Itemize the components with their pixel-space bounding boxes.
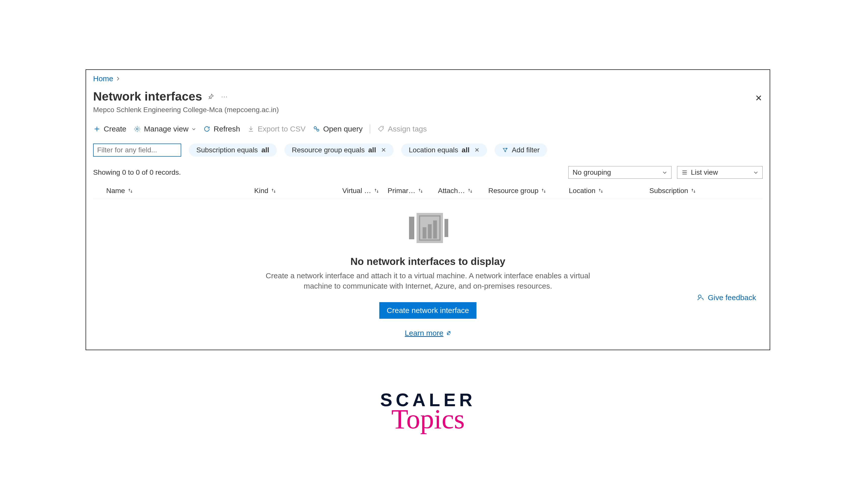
column-subscription[interactable]: Subscription	[649, 187, 725, 195]
refresh-button[interactable]: Refresh	[203, 125, 240, 133]
page-title: Network interfaces	[93, 89, 202, 103]
remove-filter-rg-icon[interactable]: ✕	[381, 147, 386, 154]
column-primary[interactable]: Primar…	[388, 187, 438, 195]
give-feedback-link[interactable]: Give feedback	[697, 293, 756, 302]
column-header-row: Name Kind Virtual … Primar… Attach…	[93, 187, 763, 199]
empty-illustration-icon	[405, 209, 450, 249]
chevron-down-icon	[662, 170, 667, 175]
sort-icon	[271, 188, 276, 194]
svg-point-0	[136, 128, 138, 130]
learn-more-link[interactable]: Learn more	[405, 329, 451, 337]
open-query-button[interactable]: Open query	[313, 125, 363, 133]
download-icon	[247, 125, 255, 133]
empty-title: No network interfaces to display	[350, 256, 506, 267]
list-view-icon	[681, 169, 688, 176]
filter-pill-resource-group[interactable]: Resource group equals all ✕	[285, 144, 394, 157]
column-kind[interactable]: Kind	[254, 187, 342, 195]
query-icon	[313, 125, 320, 133]
svg-rect-10	[444, 219, 448, 237]
col-loc-label: Location	[569, 187, 596, 195]
chevron-down-icon	[191, 127, 196, 131]
chevron-down-icon	[753, 170, 758, 175]
column-virtual[interactable]: Virtual …	[342, 187, 388, 195]
column-resource-group[interactable]: Resource group	[488, 187, 569, 195]
sort-icon	[691, 188, 696, 194]
logo-bottom: Topics	[380, 403, 476, 435]
breadcrumb-home-link[interactable]: Home	[93, 74, 113, 83]
tag-icon	[377, 125, 385, 133]
pill-loc-value: all	[462, 146, 469, 154]
pill-loc-prefix: Location equals	[409, 146, 458, 154]
empty-description: Create a network interface and attach it…	[264, 271, 592, 291]
create-network-interface-button[interactable]: Create network interface	[379, 302, 477, 319]
col-sub-label: Subscription	[649, 187, 688, 195]
page-subtitle: Mepco Schlenk Engineering College-Mca (m…	[93, 106, 763, 114]
chevron-right-icon	[116, 76, 120, 81]
col-kind-label: Kind	[254, 187, 268, 195]
export-csv-label: Export to CSV	[258, 125, 306, 133]
assign-tags-button: Assign tags	[377, 125, 427, 133]
svg-point-1	[314, 127, 316, 129]
manage-view-button[interactable]: Manage view	[133, 125, 196, 133]
open-query-label: Open query	[323, 125, 363, 133]
column-name[interactable]: Name	[93, 187, 254, 195]
svg-rect-7	[423, 227, 426, 238]
create-button[interactable]: Create	[93, 125, 126, 133]
filter-pill-location[interactable]: Location equals all ✕	[401, 144, 487, 157]
svg-point-11	[699, 295, 701, 298]
sort-icon	[467, 188, 473, 194]
command-bar: Create Manage view Refresh	[93, 124, 763, 136]
col-primary-label: Primar…	[388, 187, 415, 195]
more-menu-icon[interactable]: ···	[221, 93, 228, 100]
blade-panel: Home Network interfaces ··· Mepco Schlen…	[86, 69, 770, 350]
record-summary: Showing 0 to 0 of 0 records.	[93, 168, 181, 177]
learn-more-label: Learn more	[405, 329, 443, 337]
grouping-dropdown[interactable]: No grouping	[568, 166, 671, 179]
close-icon[interactable]: ✕	[755, 93, 762, 103]
grouping-label: No grouping	[572, 168, 611, 177]
sort-icon	[541, 188, 546, 194]
col-virtual-label: Virtual …	[342, 187, 371, 195]
view-mode-label: List view	[691, 168, 718, 177]
col-attach-label: Attach…	[438, 187, 465, 195]
gear-icon	[133, 125, 141, 133]
col-rg-label: Resource group	[488, 187, 538, 195]
svg-rect-8	[428, 224, 432, 238]
col-name-label: Name	[106, 187, 125, 195]
add-filter-icon	[502, 147, 508, 153]
add-filter-button[interactable]: Add filter	[495, 144, 547, 157]
feedback-icon	[697, 294, 705, 301]
empty-state: No network interfaces to display Create …	[93, 209, 763, 337]
pill-sub-value: all	[261, 146, 269, 154]
pill-rg-prefix: Resource group equals	[292, 146, 365, 154]
command-separator	[370, 124, 370, 133]
breadcrumb: Home	[93, 74, 763, 83]
manage-view-label: Manage view	[144, 125, 189, 133]
remove-filter-loc-icon[interactable]: ✕	[475, 147, 479, 154]
refresh-icon	[203, 125, 211, 133]
add-filter-label: Add filter	[512, 146, 540, 154]
column-location[interactable]: Location	[569, 187, 649, 195]
pill-rg-value: all	[368, 146, 376, 154]
sort-icon	[374, 188, 379, 194]
sort-icon	[598, 188, 603, 194]
scaler-topics-logo: SCALER Topics	[380, 390, 476, 435]
create-label: Create	[104, 125, 126, 133]
refresh-label: Refresh	[214, 125, 240, 133]
feedback-label: Give feedback	[708, 293, 756, 302]
svg-point-3	[382, 127, 382, 128]
external-link-icon	[446, 330, 451, 336]
svg-rect-4	[409, 217, 414, 239]
filter-pill-subscription[interactable]: Subscription equals all	[189, 144, 277, 157]
filter-input[interactable]	[93, 144, 181, 157]
export-csv-button: Export to CSV	[247, 125, 306, 133]
column-attach[interactable]: Attach…	[438, 187, 488, 195]
view-mode-dropdown[interactable]: List view	[677, 166, 763, 179]
pill-sub-prefix: Subscription equals	[196, 146, 258, 154]
sort-icon	[418, 188, 423, 194]
plus-icon	[93, 125, 101, 133]
sort-icon	[127, 188, 133, 194]
assign-tags-label: Assign tags	[388, 125, 427, 133]
svg-rect-9	[433, 220, 437, 238]
pin-icon[interactable]	[207, 92, 215, 101]
